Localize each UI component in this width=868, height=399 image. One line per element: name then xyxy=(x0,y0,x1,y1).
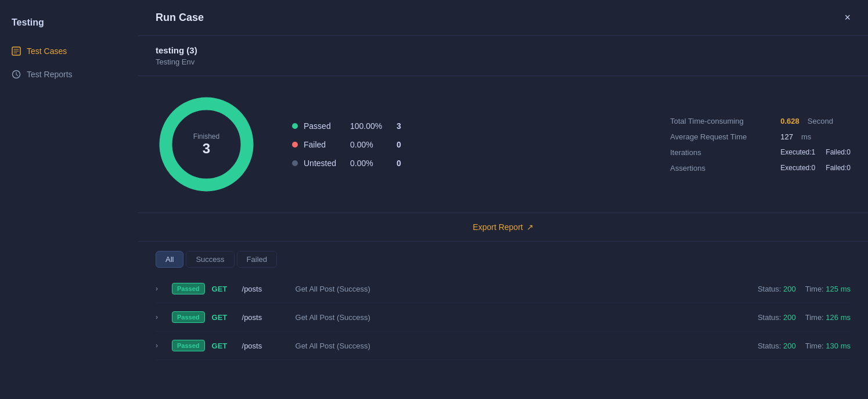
status-label: Status: 200 xyxy=(758,313,796,322)
test-meta: Status: 200 Time: 130 ms xyxy=(758,342,851,350)
suite-env: Testing Env xyxy=(156,57,851,66)
legend-name: Failed xyxy=(304,140,344,149)
row-chevron[interactable]: › xyxy=(156,285,165,293)
test-name: Get All Post (Success) xyxy=(296,285,751,293)
sidebar-item-test-reports[interactable]: Test Reports xyxy=(0,63,138,86)
legend-name: Passed xyxy=(304,121,344,131)
filter-tab-all[interactable]: All xyxy=(156,251,183,268)
total-time-label: Total Time-consuming xyxy=(670,117,775,125)
row-chevron[interactable]: › xyxy=(156,342,165,350)
export-label: Export Report xyxy=(473,222,523,232)
sidebar-item-test-cases-label: Test Cases xyxy=(27,46,67,56)
legend-dot xyxy=(292,142,298,148)
time-value: 125 ms xyxy=(826,285,851,293)
export-icon: ↗ xyxy=(527,222,534,232)
status-label: Status: 200 xyxy=(758,285,796,293)
donut-chart: Finished 3 xyxy=(156,94,257,195)
status-badge: Passed xyxy=(172,311,205,323)
avg-request-label: Average Request Time xyxy=(670,132,775,141)
method-label: GET xyxy=(212,313,235,322)
filter-tab-failed[interactable]: Failed xyxy=(237,251,277,268)
time-label: Time: 125 ms xyxy=(805,285,851,293)
method-label: GET xyxy=(212,342,235,350)
test-name: Get All Post (Success) xyxy=(296,313,751,322)
iterations-failed: Failed:0 xyxy=(826,148,851,156)
status-code: 200 xyxy=(783,313,796,322)
legend-pct: 0.00% xyxy=(350,140,391,149)
metrics-panel: Total Time-consuming 0.628 Second Averag… xyxy=(670,117,851,172)
test-cases-icon xyxy=(12,46,21,56)
donut-center: Finished 3 xyxy=(193,132,219,157)
iterations-label: Iterations xyxy=(670,148,775,157)
legend-name: Untested xyxy=(304,159,344,168)
test-path: /posts xyxy=(242,285,289,293)
time-label: Time: 130 ms xyxy=(805,342,851,350)
modal-header: Run Case × xyxy=(138,0,868,36)
stats-section: Finished 3 Passed 100.00% 3 Failed 0.00%… xyxy=(138,76,868,213)
test-meta: Status: 200 Time: 125 ms xyxy=(758,285,851,293)
avg-request-value: 127 xyxy=(780,132,793,141)
assertions-failed: Failed:0 xyxy=(826,164,851,172)
table-row: › Passed GET /posts Get All Post (Succes… xyxy=(156,332,851,360)
sidebar: Testing Test Cases Test Reports xyxy=(0,0,138,399)
time-value: 130 ms xyxy=(826,342,851,350)
chart-legend: Passed 100.00% 3 Failed 0.00% 0 Untested… xyxy=(292,121,401,168)
test-meta: Status: 200 Time: 126 ms xyxy=(758,313,851,322)
status-label: Status: 200 xyxy=(758,342,796,350)
export-report-button[interactable]: Export Report ↗ xyxy=(473,222,533,232)
time-value: 126 ms xyxy=(826,313,851,322)
legend-item: Untested 0.00% 0 xyxy=(292,159,401,168)
donut-number: 3 xyxy=(193,141,219,157)
suite-name: testing (3) xyxy=(156,45,851,55)
filter-tab-success[interactable]: Success xyxy=(186,251,234,268)
status-code: 200 xyxy=(783,285,796,293)
test-reports-icon xyxy=(12,70,21,79)
test-path: /posts xyxy=(242,313,289,322)
close-button[interactable]: × xyxy=(844,12,851,24)
table-row: › Passed GET /posts Get All Post (Succes… xyxy=(156,303,851,332)
status-code: 200 xyxy=(783,342,796,350)
legend-pct: 0.00% xyxy=(350,159,391,168)
metric-total-time: Total Time-consuming 0.628 Second xyxy=(670,117,851,125)
legend-pct: 100.00% xyxy=(350,121,391,131)
main-panel: Run Case × testing (3) Testing Env Finis… xyxy=(138,0,868,399)
time-label: Time: 126 ms xyxy=(805,313,851,322)
legend-count: 3 xyxy=(397,121,401,131)
legend-dot xyxy=(292,123,298,129)
sidebar-item-test-reports-label: Test Reports xyxy=(27,70,73,79)
legend-count: 0 xyxy=(397,159,401,168)
legend-item: Passed 100.00% 3 xyxy=(292,121,401,131)
legend-count: 0 xyxy=(397,140,401,149)
test-list: › Passed GET /posts Get All Post (Succes… xyxy=(138,275,868,360)
assertions-executed: Executed:0 xyxy=(780,164,815,172)
donut-label: Finished xyxy=(193,132,219,141)
assertions-label: Assertions xyxy=(670,164,775,172)
suite-header: testing (3) Testing Env xyxy=(138,36,868,76)
test-path: /posts xyxy=(242,342,289,350)
iterations-executed: Executed:1 xyxy=(780,148,815,156)
legend-dot xyxy=(292,160,298,166)
sidebar-item-test-cases[interactable]: Test Cases xyxy=(0,39,138,63)
metric-iterations: Iterations Executed:1 Failed:0 xyxy=(670,148,851,157)
modal-title: Run Case xyxy=(156,12,204,24)
total-time-unit: Second xyxy=(808,117,833,125)
metric-assertions: Assertions Executed:0 Failed:0 xyxy=(670,164,851,172)
row-chevron[interactable]: › xyxy=(156,313,165,321)
filter-tabs: AllSuccessFailed xyxy=(138,242,868,275)
status-badge: Passed xyxy=(172,340,205,351)
legend-item: Failed 0.00% 0 xyxy=(292,140,401,149)
app-title: Testing xyxy=(0,12,138,39)
export-row: Export Report ↗ xyxy=(138,213,868,242)
avg-request-unit: ms xyxy=(801,132,811,141)
method-label: GET xyxy=(212,285,235,293)
status-badge: Passed xyxy=(172,283,205,294)
metric-avg-request: Average Request Time 127 ms xyxy=(670,132,851,141)
test-name: Get All Post (Success) xyxy=(296,342,751,350)
total-time-value: 0.628 xyxy=(780,117,799,125)
table-row: › Passed GET /posts Get All Post (Succes… xyxy=(156,275,851,303)
